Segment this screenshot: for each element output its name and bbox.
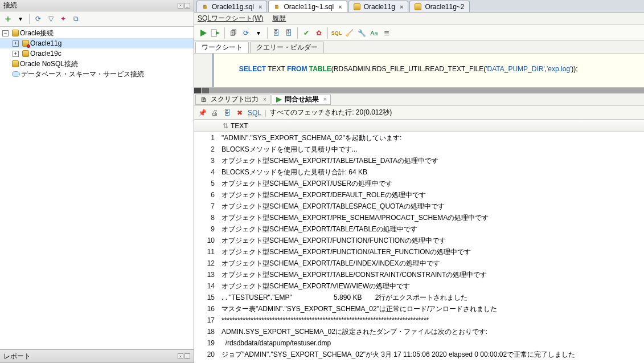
rollback-button[interactable]: 🗄 <box>283 27 294 39</box>
expand-button[interactable]: ⧉ <box>70 13 81 25</box>
row-number: 14 <box>194 282 218 290</box>
tab-worksheet[interactable]: ワークシート <box>195 42 249 53</box>
export-icon[interactable]: 🗄 <box>223 108 232 117</box>
row-number: 6 <box>194 191 218 199</box>
minimize-icon[interactable]: × <box>178 353 183 359</box>
table-row[interactable]: 16マスター表"ADMIN"."SYS_EXPORT_SCHEMA_02"は正常… <box>194 303 644 315</box>
check-button[interactable]: ✔ <box>301 27 312 39</box>
table-row[interactable]: 12オブジェクト型SCHEMA_EXPORT/TABLE/INDEX/INDEX… <box>194 258 644 269</box>
run-icon <box>276 96 282 103</box>
pin-icon[interactable]: 📌 <box>198 108 207 117</box>
tab-qbuilder[interactable]: クエリー・ビルダー <box>250 42 324 53</box>
close-icon[interactable]: × <box>338 3 342 10</box>
cell-text: オブジェクト型SCHEMA_EXPORT/TABLE/CONSTRAINT/CO… <box>218 270 644 280</box>
explain-button[interactable]: 🗐 <box>228 27 239 39</box>
cell-text: オブジェクト型SCHEMA_EXPORT/VIEW/VIEWの処理中です <box>218 282 644 291</box>
dropdown-button[interactable]: ▾ <box>253 27 264 39</box>
cancel-button[interactable]: ✿ <box>313 27 325 39</box>
minimize-icon[interactable]: × <box>178 3 183 9</box>
connections-toolbar: ＋ ▾ ⟳ ▽ ✦ ⧉ <box>0 11 194 27</box>
result-grid[interactable]: 1"ADMIN"."SYS_EXPORT_SCHEMA_02"を起動しています:… <box>194 132 644 363</box>
tree-item-oracle19c[interactable]: + Oracle19c <box>0 48 194 59</box>
editor-tab[interactable]: 🗎Oracle11g.sql× <box>196 1 267 12</box>
tree-item-cloud[interactable]: データベース・スキーマ・サービス接続 <box>0 69 194 79</box>
tree-label: データベース・スキーマ・サービス接続 <box>21 70 144 79</box>
db-icon <box>413 2 423 11</box>
clear-button[interactable]: 🧹 <box>343 27 355 39</box>
filter-button[interactable]: ▽ <box>45 13 56 25</box>
close-icon[interactable]: × <box>263 96 266 103</box>
sql-button[interactable]: SQL <box>331 27 342 39</box>
close-icon[interactable]: × <box>323 96 327 103</box>
editor-tab[interactable]: 🗎Oracle11g~1.sql× <box>268 1 347 12</box>
table-row[interactable]: 11オブジェクト型SCHEMA_EXPORT/FUNCTION/ALTER_FU… <box>194 246 644 258</box>
column-header[interactable]: ⇅TEXT <box>218 122 604 130</box>
row-number: 10 <box>194 236 218 244</box>
table-row[interactable]: 15. . "TESTUSER"."EMP" 5.890 KB 2行がエクスポー… <box>194 292 644 303</box>
table-row[interactable]: 13オブジェクト型SCHEMA_EXPORT/TABLE/CONSTRAINT/… <box>194 269 644 280</box>
close-icon[interactable]: × <box>400 3 403 10</box>
run-button[interactable] <box>198 27 209 39</box>
tree-label: Oracle11g <box>30 39 61 47</box>
tab-script-output[interactable]: 🗎 スクリプト出力 × <box>195 95 270 105</box>
table-row[interactable]: 9オブジェクト型SCHEMA_EXPORT/TABLE/TABLEの処理中です <box>194 223 644 235</box>
row-number: 9 <box>194 225 218 233</box>
tree-label: Oracle19c <box>30 50 61 58</box>
table-row[interactable]: 18ADMIN.SYS_EXPORT_SCHEMA_02に設定されたダンプ・ファ… <box>194 326 644 337</box>
tab-label: Oracle11g <box>364 3 395 11</box>
table-row[interactable]: 14オブジェクト型SCHEMA_EXPORT/VIEW/VIEWの処理中です <box>194 280 644 292</box>
row-number: 4 <box>194 168 218 176</box>
collapse-icon[interactable]: _ <box>184 353 190 359</box>
table-row[interactable]: 5オブジェクト型SCHEMA_EXPORT/USERの処理中です <box>194 178 644 189</box>
sql-worksheet-link[interactable]: SQLワークシート(W) <box>198 14 263 23</box>
table-row[interactable]: 1"ADMIN"."SYS_EXPORT_SCHEMA_02"を起動しています: <box>194 132 644 144</box>
run-script-button[interactable] <box>210 27 221 39</box>
refresh-icon: ⟳ <box>35 15 41 23</box>
refresh-button[interactable]: ⟳ <box>32 13 44 25</box>
collapse-icon[interactable]: _ <box>184 3 190 9</box>
table-row[interactable]: 17**************************************… <box>194 315 644 326</box>
new-connection-button[interactable]: ＋ <box>2 13 14 25</box>
filter-icon: ▽ <box>48 15 54 23</box>
tree-filter-button[interactable]: ✦ <box>58 13 69 25</box>
table-row[interactable]: 10オブジェクト型SCHEMA_EXPORT/FUNCTION/FUNCTION… <box>194 235 644 246</box>
row-number: 18 <box>194 328 218 336</box>
table-row[interactable]: 6オブジェクト型SCHEMA_EXPORT/DEFAULT_ROLEの処理中です <box>194 189 644 201</box>
find-button[interactable]: 🔧 <box>356 27 367 39</box>
table-row[interactable]: 2BLOCKSメソッドを使用して見積り中です... <box>194 144 644 155</box>
table-row[interactable]: 7オブジェクト型SCHEMA_EXPORT/TABLESPACE_QUOTAの処… <box>194 201 644 212</box>
cloud-icon <box>12 71 20 77</box>
commit-button[interactable]: 🗄 <box>270 27 282 39</box>
table-row[interactable]: 3オブジェクト型SCHEMA_EXPORT/TABLE/TABLE_DATAの処… <box>194 155 644 166</box>
twisty-icon[interactable]: − <box>2 30 9 36</box>
splitter[interactable] <box>194 88 644 93</box>
connections-tree[interactable]: − Oracle接続 + Oracle11g + Oracle19c Oracl… <box>0 27 194 349</box>
tree-root[interactable]: − Oracle接続 <box>0 28 194 38</box>
case-button[interactable]: Aa <box>368 27 380 39</box>
tab-query-result[interactable]: 問合せ結果 × <box>272 95 331 105</box>
sql-label[interactable]: SQL <box>248 109 261 117</box>
twisty-icon[interactable]: + <box>13 51 19 57</box>
editor-tab[interactable]: Oracle11g~2 <box>409 1 469 12</box>
print-icon[interactable]: 🖨 <box>210 108 219 117</box>
table-row[interactable]: 20ジョブ"ADMIN"."SYS_EXPORT_SCHEMA_02"が火 3月… <box>194 349 644 360</box>
tree-item-nosql[interactable]: Oracle NoSQL接続 <box>0 59 194 69</box>
result-toolbar: 📌 🖨 🗄 ✖ SQL | すべてのフェッチされた行: 20(0.012秒) <box>194 106 644 120</box>
grid-header: ⇅TEXT <box>194 120 644 132</box>
close-icon[interactable]: × <box>259 3 262 10</box>
sql-editor[interactable]: SELECT TEXT FROM TABLE(RDSADMIN.RDS_FILE… <box>194 54 644 88</box>
twisty-icon[interactable]: + <box>13 40 19 47</box>
tree-item-oracle11g[interactable]: + Oracle11g <box>0 38 194 48</box>
row-number: 15 <box>194 293 218 301</box>
editor-tab[interactable]: Oracle11g× <box>348 1 409 12</box>
dropdown-button[interactable]: ▾ <box>15 13 26 25</box>
autotrace-button[interactable]: ⟳ <box>240 27 252 39</box>
table-row[interactable]: 8オブジェクト型SCHEMA_EXPORT/PRE_SCHEMA/PROCACT… <box>194 212 644 223</box>
delete-icon[interactable]: ✖ <box>235 108 244 117</box>
format-button[interactable]: ≣ <box>381 27 392 39</box>
table-row[interactable]: 4BLOCKSメソッドを使用した見積り合計: 64 KB <box>194 166 644 178</box>
reports-header[interactable]: レポート × _ <box>0 349 194 363</box>
row-number: 11 <box>194 248 218 256</box>
table-row[interactable]: 19 /rdsdbdata/datapump/testuser.dmp <box>194 337 644 349</box>
history-link[interactable]: 履歴 <box>272 14 286 23</box>
